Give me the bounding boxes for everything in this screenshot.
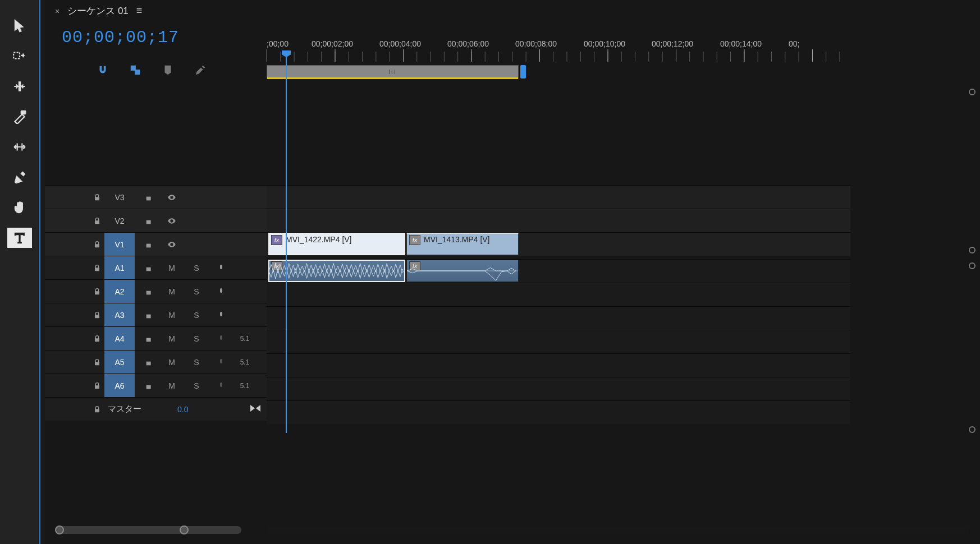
- video-clip[interactable]: fx MVI_1422.MP4 [V]: [268, 233, 405, 255]
- svg-rect-20: [146, 338, 151, 342]
- work-area-bar[interactable]: III: [267, 65, 519, 79]
- lock-icon[interactable]: [90, 256, 104, 279]
- mute-button[interactable]: M: [159, 303, 184, 326]
- tracks-area[interactable]: ;00;00 00;00;02;00 00;00;04;00 00;00;06;…: [267, 0, 850, 426]
- mute-button[interactable]: M: [159, 280, 184, 303]
- record-icon[interactable]: [209, 303, 233, 326]
- mute-button[interactable]: M: [159, 351, 184, 374]
- scroll-marker[interactable]: [969, 247, 976, 253]
- track-lane-a3[interactable]: [267, 306, 850, 330]
- sequence-tab[interactable]: × シーケンス 01 ≡: [55, 4, 142, 17]
- sync-lock-icon[interactable]: [135, 280, 159, 303]
- track-name[interactable]: A2: [104, 280, 135, 303]
- record-icon[interactable]: [209, 256, 233, 279]
- time-ruler[interactable]: ;00;00 00;00;02;00 00;00;04;00 00;00;06;…: [267, 39, 850, 62]
- zoom-handle-left[interactable]: [55, 525, 64, 534]
- solo-button[interactable]: S: [184, 327, 209, 350]
- insert-overwrite-icon[interactable]: [63, 63, 77, 77]
- record-icon[interactable]: [209, 280, 233, 303]
- audio-clip[interactable]: fx: [268, 260, 405, 282]
- lock-icon[interactable]: [90, 233, 104, 256]
- track-lane-master[interactable]: [267, 400, 850, 424]
- panel-divider[interactable]: [39, 0, 40, 544]
- lock-icon[interactable]: [90, 351, 104, 374]
- track-name[interactable]: A1: [104, 256, 135, 279]
- marker-icon[interactable]: [161, 63, 175, 77]
- track-name[interactable]: A5: [104, 351, 135, 374]
- track-lane-a4[interactable]: [267, 330, 850, 353]
- lock-icon[interactable]: [90, 327, 104, 350]
- track-lane-v3[interactable]: [267, 185, 850, 209]
- video-clip[interactable]: fx MVI_1413.MP4 [V]: [406, 233, 519, 255]
- linked-selection-icon[interactable]: [128, 63, 143, 77]
- pen-tool[interactable]: [7, 167, 32, 187]
- solo-button[interactable]: S: [184, 351, 209, 374]
- track-name[interactable]: V1: [104, 233, 135, 256]
- solo-button[interactable]: S: [184, 374, 209, 397]
- lock-icon[interactable]: [90, 374, 104, 397]
- track-name[interactable]: V3: [104, 186, 135, 209]
- track-select-forward-tool[interactable]: [7, 46, 32, 66]
- track-name[interactable]: V2: [104, 209, 135, 232]
- scroll-marker[interactable]: [969, 262, 976, 269]
- scroll-marker[interactable]: [969, 426, 976, 433]
- track-name[interactable]: A4: [104, 327, 135, 350]
- track-lane-a6[interactable]: [267, 377, 850, 400]
- settings-icon[interactable]: [193, 63, 208, 77]
- playhead-timecode[interactable]: 00;00;00;17: [62, 28, 179, 47]
- eye-icon[interactable]: [159, 209, 184, 232]
- sync-lock-icon[interactable]: [135, 374, 159, 397]
- sync-lock-icon[interactable]: [135, 209, 159, 232]
- sync-lock-icon[interactable]: [135, 303, 159, 326]
- sync-lock-icon[interactable]: [135, 256, 159, 279]
- zoom-handle-right[interactable]: [180, 525, 189, 534]
- lock-icon[interactable]: [90, 280, 104, 303]
- master-value[interactable]: 0.0: [177, 405, 188, 414]
- fx-badge[interactable]: fx: [271, 235, 282, 245]
- record-icon[interactable]: [209, 351, 233, 374]
- sync-lock-icon[interactable]: [135, 351, 159, 374]
- playhead[interactable]: [286, 52, 287, 433]
- solo-button[interactable]: S: [184, 280, 209, 303]
- lock-icon[interactable]: [90, 209, 104, 232]
- sync-lock-icon[interactable]: [135, 233, 159, 256]
- razor-tool[interactable]: [7, 107, 32, 127]
- work-area-handle[interactable]: [520, 65, 526, 79]
- mute-button[interactable]: M: [159, 374, 184, 397]
- track-header-a4: A4 M S 5.1: [45, 326, 267, 350]
- mute-button[interactable]: M: [159, 256, 184, 279]
- eye-icon[interactable]: [159, 186, 184, 209]
- sync-lock-icon[interactable]: [135, 186, 159, 209]
- close-icon[interactable]: ×: [55, 7, 59, 16]
- zoom-slider[interactable]: [56, 526, 241, 534]
- record-icon[interactable]: [209, 374, 233, 397]
- lock-icon[interactable]: [90, 303, 104, 326]
- solo-button[interactable]: S: [184, 303, 209, 326]
- ruler-label: 00;00;06;00: [447, 39, 489, 48]
- fx-badge[interactable]: fx: [409, 235, 420, 245]
- lock-icon[interactable]: [90, 398, 104, 421]
- selection-tool[interactable]: [7, 16, 32, 36]
- eye-icon[interactable]: [159, 233, 184, 256]
- scroll-marker[interactable]: [969, 89, 976, 95]
- track-name[interactable]: A3: [104, 303, 135, 326]
- stereo-icon[interactable]: [250, 404, 261, 414]
- lock-icon[interactable]: [90, 186, 104, 209]
- audio-clip[interactable]: fx: [406, 260, 519, 282]
- sync-lock-icon[interactable]: [135, 327, 159, 350]
- record-icon[interactable]: [209, 327, 233, 350]
- snap-icon[interactable]: [95, 63, 110, 77]
- hand-tool[interactable]: [7, 197, 32, 218]
- track-lane-a5[interactable]: [267, 353, 850, 377]
- track-lane-a2[interactable]: [267, 283, 850, 306]
- mute-button[interactable]: M: [159, 327, 184, 350]
- type-tool[interactable]: [7, 228, 32, 248]
- horizontal-scrollbar[interactable]: [267, 526, 969, 534]
- slip-tool[interactable]: [7, 137, 32, 157]
- panel-menu-icon[interactable]: ≡: [136, 5, 143, 17]
- solo-button[interactable]: S: [184, 256, 209, 279]
- clip-title: MVI_1413.MP4 [V]: [424, 235, 490, 244]
- track-lane-v2[interactable]: [267, 209, 850, 232]
- track-name[interactable]: A6: [104, 374, 135, 397]
- ripple-edit-tool[interactable]: [7, 76, 32, 96]
